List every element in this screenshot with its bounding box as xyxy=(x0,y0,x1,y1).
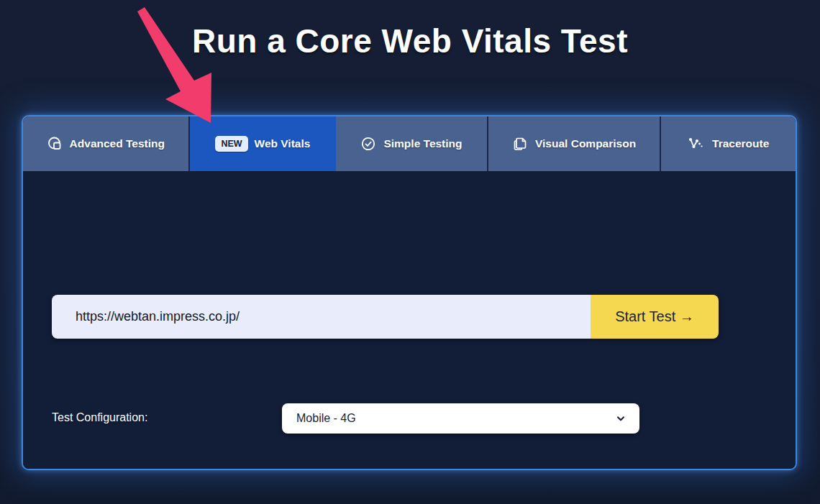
tab-traceroute[interactable]: Traceroute xyxy=(661,116,796,171)
url-row: Start Test → xyxy=(52,295,719,339)
tab-label: Traceroute xyxy=(712,137,769,150)
tab-label: Advanced Testing xyxy=(70,137,165,150)
tab-visual-comparison[interactable]: Visual Comparison xyxy=(488,116,662,171)
gauge-page-icon xyxy=(47,136,63,152)
url-input[interactable] xyxy=(52,295,591,339)
chevron-down-icon xyxy=(615,413,627,424)
test-type-tabbar: Advanced Testing NEW Web Vitals Simple T… xyxy=(23,116,796,171)
check-circle-icon xyxy=(360,136,376,152)
route-icon xyxy=(688,136,705,152)
test-panel: Advanced Testing NEW Web Vitals Simple T… xyxy=(22,115,797,470)
tab-label: Visual Comparison xyxy=(535,137,636,150)
test-form-body: Start Test → Test Configuration: Mobile … xyxy=(23,171,796,470)
tab-simple-testing[interactable]: Simple Testing xyxy=(336,116,488,171)
selected-configuration: Mobile - 4G xyxy=(296,412,356,425)
tab-web-vitals[interactable]: NEW Web Vitals xyxy=(190,116,337,171)
tab-label: Web Vitals xyxy=(255,137,311,150)
copy-pages-icon xyxy=(512,136,528,152)
tab-label: Simple Testing xyxy=(383,137,462,150)
config-row: Test Configuration: Mobile - 4G xyxy=(52,403,719,434)
start-test-button[interactable]: Start Test → xyxy=(591,295,719,339)
page-title: Run a Core Web Vitals Test xyxy=(0,22,820,60)
test-configuration-select[interactable]: Mobile - 4G xyxy=(282,403,639,434)
tab-advanced-testing[interactable]: Advanced Testing xyxy=(23,116,190,171)
test-configuration-label: Test Configuration: xyxy=(52,411,147,424)
new-badge: NEW xyxy=(215,136,247,152)
